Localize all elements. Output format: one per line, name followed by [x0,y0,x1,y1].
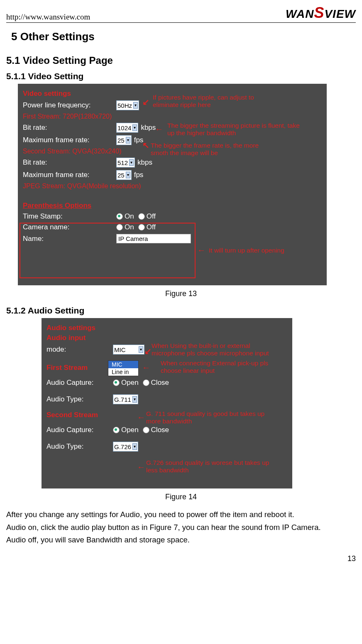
mode-option-linein[interactable]: Line in [108,368,138,376]
logo: WANSVIEW [286,4,356,22]
bitrate1-value: 1024 [117,124,131,131]
timestamp-label: Time Stamp: [23,212,116,221]
anno-bandwidth: The bigger the streaming picture is flue… [167,122,308,137]
bitrate1-select[interactable]: 1024▾ [116,123,138,133]
capture2-close-radio[interactable] [143,427,149,433]
fps-unit: fps [134,136,144,144]
off-label: Off [147,212,156,221]
parenthesis-highlight-box [20,223,196,278]
logo-s: S [314,4,324,21]
audio-title: Audio settings [46,324,287,332]
arrow-icon: ← [137,462,145,472]
chevron-down-icon: ▾ [132,396,137,403]
type2-select[interactable]: G.726▾ [113,442,138,452]
mode-value: MIC [114,346,126,353]
capture1-label: Audio Capture: [46,379,113,387]
header-url: http://www.wansview.com [6,12,90,22]
type2-value: G.726 [114,443,131,450]
figure-13-caption: Figure 13 [6,289,356,298]
heading-5-1-1: 5.1.1 Video Setting [6,71,356,81]
fps-unit: fps [134,171,144,179]
arrow-icon: ← [142,363,150,372]
close-label: Close [151,426,169,434]
anno-mic: When Using the built-in or external micr… [152,342,280,357]
arrow-icon: ↖ [142,140,149,150]
plf-select[interactable]: 50Hz▾ [116,100,139,110]
para-2: Audio on, click the audio play button as… [6,522,356,534]
chevron-down-icon: ▾ [139,346,143,353]
mode-option-mic[interactable]: MIC [108,361,138,368]
on-label: On [125,212,134,221]
logo-left: WAN [286,7,314,20]
mfr2-select[interactable]: 25▾ [116,170,132,180]
para-3: Audio off, you will save Bandwidth and s… [6,534,356,546]
mode-select[interactable]: MIC▾ [113,345,144,355]
chevron-down-icon: ▾ [126,137,130,143]
heading-5-1-2: 5.1.2 Audio Setting [6,306,356,316]
arrow-icon: ← [155,124,163,134]
capture2-open-radio[interactable] [113,427,120,433]
heading-5: 5 Other Settings [11,30,356,43]
arrow-icon: ↙ [144,346,152,356]
logo-right: VIEW [324,7,356,20]
audio-settings-panel: Audio settings Audio input mode: MIC▾ MI… [42,318,292,488]
kbps-unit: kbps [137,158,152,167]
chevron-down-icon: ▾ [129,159,134,166]
kbps-unit: kbps [141,124,156,132]
anno-opening: It will turn up after opening [209,247,313,254]
first-stream-title: First Stream: 720P(1280x720) [23,113,322,120]
mfr1-value: 25 [117,137,125,144]
mfr2-value: 25 [117,172,125,179]
figure-14-caption: Figure 14 [6,493,356,501]
open-label: Open [121,426,139,434]
mfr2-label: Maximum frame rate: [23,171,116,179]
bitrate2-select[interactable]: 512▾ [116,158,135,168]
mfr1-label: Maximum frame rate: [23,136,116,144]
chevron-down-icon: ▾ [132,443,137,450]
type2-label: Audio Type: [46,442,113,451]
chevron-down-icon: ▾ [133,102,138,109]
anno-g726: G.726 sound quality is worese but takes … [146,459,279,474]
bitrate2-value: 512 [117,159,128,166]
anno-g711: G. 711 sound quality is good but takes u… [146,410,275,425]
mode-label: mode: [46,345,113,354]
jpeg-stream-title: JPEG Stream: QVGA(Mobile resolution) [23,182,322,190]
chevron-down-icon: ▾ [126,172,130,178]
arrow-icon: ← [197,245,205,255]
capture1-open-radio[interactable] [113,379,120,386]
arrow-icon: ← [137,413,145,422]
audio-input-title: Audio input [46,334,287,342]
bitrate1-label: Bit rate: [23,124,116,132]
bitrate2-label: Bit rate: [23,158,116,167]
anno-framerate: The bigger the frame rate is, the more s… [151,142,275,157]
parenth-title: Parenthesis Options [23,202,322,210]
capture2-label: Audio Capture: [46,426,113,434]
open-label: Open [121,379,139,387]
plf-label: Power line frequency: [23,101,116,109]
type1-value: G.711 [114,396,131,403]
type1-select[interactable]: G.711▾ [113,394,138,404]
anno-linein: When connecting External pick-up pls cho… [161,360,281,374]
page-header: http://www.wansview.com WANSVIEW [6,4,356,23]
page-number: 13 [6,554,356,563]
capture1-close-radio[interactable] [143,379,149,386]
chevron-down-icon: ▾ [132,124,137,131]
mfr1-select[interactable]: 25▾ [116,135,132,145]
plf-value: 50Hz [117,102,132,109]
anno-ripple: If pictures have ripple, can adjust to e… [153,94,277,109]
arrow-icon: ↙ [142,97,149,107]
close-label: Close [151,379,169,387]
mode-dropdown: MIC Line in [108,360,139,376]
heading-5-1: 5.1 Video Setting Page [6,55,356,66]
type1-label: Audio Type: [46,395,113,403]
timestamp-off-radio[interactable] [138,213,145,220]
video-settings-panel: Video settings Power line frequency: 50H… [18,84,327,285]
para-1: After you change any settings for Audio,… [6,509,356,521]
timestamp-on-radio[interactable] [116,213,123,220]
